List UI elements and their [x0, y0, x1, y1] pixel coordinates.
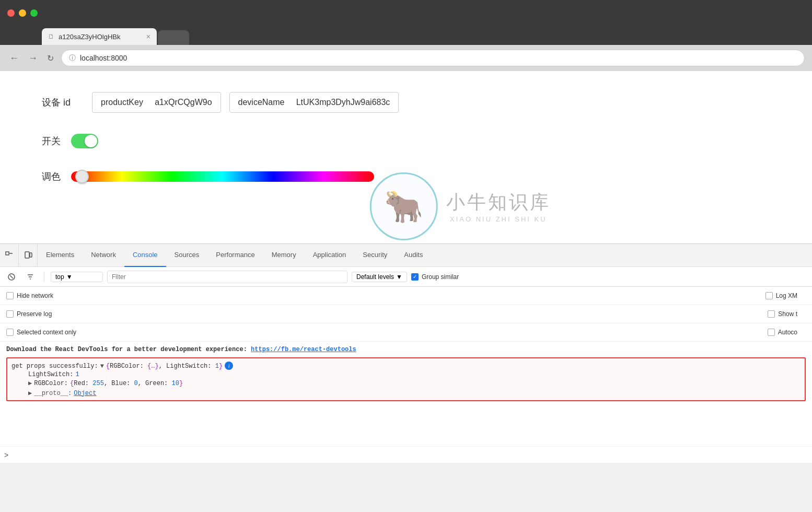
- console-green-label: , Green:: [138, 380, 172, 387]
- product-key-value: a1xQrCQgW9o: [155, 98, 212, 107]
- console-lightswitch-inline-val: 1: [215, 363, 219, 370]
- console-proto-label: __proto__:: [34, 390, 72, 397]
- console-obj-rgbcolor-val: {…}: [147, 363, 159, 370]
- console-info-icon[interactable]: i: [225, 362, 233, 370]
- tab-elements[interactable]: Elements: [38, 244, 83, 267]
- preserve-log-label: Preserve log: [17, 310, 52, 318]
- device-id-row: 设备 id productKey a1xQrCQgW9o deviceName …: [42, 92, 770, 113]
- page-content: 设备 id productKey a1xQrCQgW9o deviceName …: [0, 71, 812, 243]
- console-log-line-2: LightSwitch: 1: [28, 371, 801, 378]
- console-obj-rgbcolor-key: RGBColor:: [110, 363, 147, 370]
- console-obj-summary: {RGBColor: {…}, LightSwitch: 1}: [106, 363, 223, 370]
- url-bar[interactable]: ⓘ localhost:8000: [61, 50, 805, 66]
- devtools-console-content: Download the React DevTools for a better…: [0, 342, 812, 446]
- console-log-line-1: get props successfully: ▼ {RGBColor: {…}…: [11, 362, 801, 370]
- inactive-browser-tab[interactable]: [158, 30, 189, 45]
- show-timestamps-checkbox[interactable]: [768, 310, 775, 318]
- devtools-tab-bar: Elements Network Console Sources Perform…: [0, 244, 812, 267]
- group-similar-option: ✓ Group similar: [411, 273, 459, 281]
- log-xm-option: Log XM: [765, 290, 806, 301]
- console-rgb-obj: {Red: 255, Blue: 0, Green: 10}: [70, 380, 183, 387]
- console-repl-input[interactable]: [8, 451, 808, 459]
- react-devtools-text: Download the React DevTools for a better…: [6, 346, 247, 353]
- console-input-arrow[interactable]: >: [4, 451, 8, 459]
- console-proto-value[interactable]: Object: [74, 390, 96, 397]
- switch-label: 开关: [42, 135, 61, 147]
- element-picker-button[interactable]: [0, 244, 19, 267]
- tab-audits[interactable]: Audits: [396, 244, 431, 267]
- filter-icon[interactable]: [23, 270, 38, 284]
- tab-bar: 🗋 a120saZ3yHOlgHBk ×: [0, 26, 812, 45]
- active-browser-tab[interactable]: 🗋 a120saZ3yHOlgHBk ×: [42, 28, 157, 45]
- preserve-log-checkbox[interactable]: [6, 310, 14, 318]
- console-log-line-4: ▶ __proto__: Object: [28, 389, 801, 397]
- group-similar-checkbox[interactable]: ✓: [411, 273, 419, 281]
- tab-close-button[interactable]: ×: [146, 32, 150, 41]
- context-dropdown-icon: ▼: [66, 273, 73, 281]
- react-devtools-link[interactable]: https://fb.me/react-devtools: [251, 346, 356, 353]
- toggle-knob: [85, 135, 97, 147]
- product-key-field[interactable]: productKey a1xQrCQgW9o: [92, 92, 221, 113]
- hide-network-checkbox[interactable]: [6, 292, 14, 299]
- maximize-window-button[interactable]: [30, 9, 38, 17]
- tab-performance-label: Performance: [216, 251, 254, 259]
- console-obj-close-brace: }: [219, 363, 223, 370]
- reload-button[interactable]: ↻: [45, 51, 56, 65]
- tab-title: a120saZ3yHOlgHBk: [59, 33, 121, 41]
- tab-sources-label: Sources: [175, 251, 200, 259]
- toolbar-separator-1: [44, 272, 44, 282]
- tab-performance[interactable]: Performance: [207, 244, 263, 267]
- autocomplete-label: Autoco: [778, 329, 797, 336]
- show-timestamps-option: Show t: [768, 308, 806, 320]
- tab-console[interactable]: Console: [124, 244, 166, 267]
- device-id-label: 设备 id: [42, 96, 84, 109]
- tab-network[interactable]: Network: [83, 244, 124, 267]
- tab-console-label: Console: [133, 251, 158, 259]
- color-gradient-bar[interactable]: [71, 171, 374, 182]
- device-name-field[interactable]: deviceName LtUK3mp3DyhJw9ai683c: [229, 92, 399, 113]
- devtools-bottom-bar: >: [0, 446, 812, 463]
- expand-rgb-arrow[interactable]: ▶: [28, 379, 32, 387]
- hide-network-label: Hide network: [17, 292, 53, 299]
- console-obj-comma: , LightSwitch:: [159, 363, 215, 370]
- log-level-dropdown-icon: ▼: [396, 273, 402, 281]
- security-icon: ⓘ: [69, 53, 76, 63]
- tab-memory[interactable]: Memory: [263, 244, 305, 267]
- address-bar: ← → ↻ ⓘ localhost:8000: [0, 45, 812, 71]
- autocomplete-checkbox[interactable]: [768, 329, 775, 336]
- expand-proto-arrow[interactable]: ▶: [28, 389, 32, 397]
- clear-console-button[interactable]: [4, 270, 19, 284]
- console-log-entry: get props successfully: ▼ {RGBColor: {…}…: [6, 357, 806, 401]
- react-devtools-message: Download the React DevTools for a better…: [6, 346, 806, 353]
- selected-context-option: Selected context only: [6, 327, 85, 338]
- tab-memory-label: Memory: [272, 251, 296, 259]
- selected-context-label: Selected context only: [17, 329, 76, 336]
- log-xm-checkbox[interactable]: [765, 292, 773, 299]
- selected-context-checkbox[interactable]: [6, 329, 14, 336]
- minimize-window-button[interactable]: [19, 9, 26, 17]
- console-lightswitch-value: 1: [75, 371, 79, 378]
- switch-row: 开关: [42, 134, 770, 148]
- forward-button[interactable]: →: [26, 51, 40, 66]
- close-window-button[interactable]: [7, 9, 15, 17]
- device-name-label: deviceName: [238, 98, 285, 107]
- back-button[interactable]: ←: [7, 51, 21, 66]
- device-toolbar-button[interactable]: [19, 244, 38, 267]
- console-rgb-label: RGBColor:: [34, 380, 68, 387]
- console-blue-value: 0: [134, 380, 137, 387]
- console-filter-input[interactable]: [107, 271, 347, 283]
- tab-security[interactable]: Security: [354, 244, 396, 267]
- tab-sources[interactable]: Sources: [166, 244, 208, 267]
- console-red-label: Red:: [74, 380, 92, 387]
- tab-application[interactable]: Application: [305, 244, 355, 267]
- svg-rect-0: [6, 252, 9, 255]
- log-level-selector[interactable]: Default levels ▼: [352, 272, 407, 282]
- context-selector[interactable]: top ▼: [51, 272, 103, 282]
- color-slider-thumb[interactable]: [75, 170, 89, 183]
- svg-line-5: [10, 275, 13, 278]
- expand-arrow-down[interactable]: ▼: [100, 363, 104, 370]
- toggle-switch[interactable]: [71, 134, 98, 148]
- tab-security-label: Security: [363, 251, 387, 259]
- console-log-line-3: ▶ RGBColor: {Red: 255, Blue: 0, Green: 1…: [28, 379, 801, 387]
- tab-elements-label: Elements: [46, 251, 74, 259]
